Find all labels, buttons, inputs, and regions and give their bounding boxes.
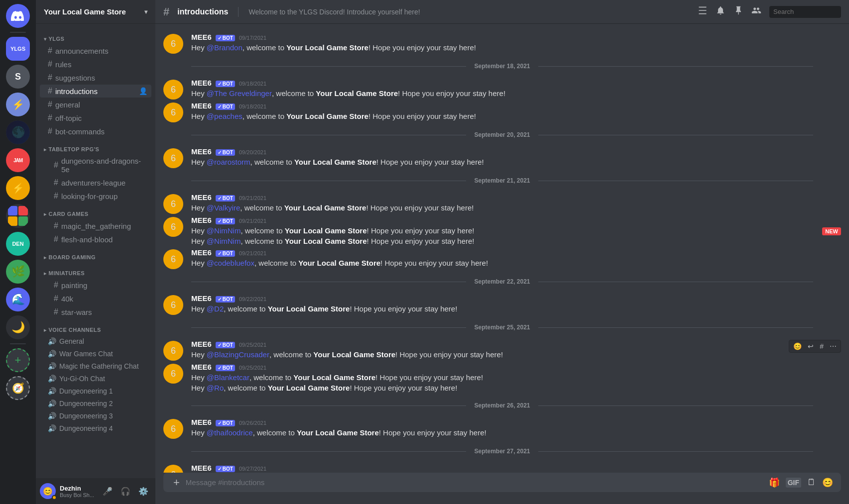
channel-off-topic[interactable]: # off-topic [40, 111, 151, 124]
server-name: Your Local Game Store [44, 7, 126, 16]
deafen-button[interactable]: 🎧 [118, 483, 133, 499]
date-divider: September 18, 2021 [191, 63, 813, 70]
mention: @Brandon [207, 43, 243, 52]
channel-magic-the-gathering[interactable]: # magic_the_gathering [40, 219, 151, 232]
explore-servers-button[interactable]: 🧭 [6, 376, 30, 400]
pin-icon[interactable] [733, 5, 743, 18]
bot-badge: ✓ BOT [216, 103, 235, 110]
more-options-button[interactable]: ⋯ [828, 341, 839, 351]
channel-general[interactable]: # general [40, 98, 151, 111]
voice-war-games-chat[interactable]: 🔊 War Games Chat [40, 348, 151, 360]
voice-mtg-chat[interactable]: 🔊 Magic the Gathering Chat [40, 360, 151, 372]
mention: @peaches [207, 112, 243, 120]
discord-home-icon[interactable] [6, 4, 30, 28]
message-content: MEE6 ✓ BOT 09/21/2021 Hey @codebluefox, … [191, 248, 841, 269]
search-input[interactable] [769, 6, 841, 18]
add-server-button[interactable]: + [6, 348, 30, 372]
server-icon-ylgs[interactable]: YLGS [6, 37, 30, 61]
emoji-picker-icon[interactable]: 😊 [822, 477, 833, 488]
gift-icon[interactable]: 🎁 [769, 477, 780, 488]
server-icon-jam[interactable]: JAM [6, 148, 30, 172]
voice-dungeoneering-1[interactable]: 🔊 Dungeoneering 1 [40, 385, 151, 397]
message-content: MEE6 ✓ BOT 09/20/2021 Hey @roarostorm, w… [191, 147, 841, 168]
channel-star-wars[interactable]: # star-wars [40, 305, 151, 318]
message-content: MEE6 ✓ BOT 09/21/2021 Hey @Valkyire, wel… [191, 193, 841, 214]
hash-icon: # [54, 178, 58, 187]
category-card-games[interactable]: ▸ CARD GAMES [36, 203, 155, 219]
category-board-gaming[interactable]: ▸ BOARD GAMING [36, 246, 155, 262]
date-divider-text: September 22, 2021 [474, 278, 530, 285]
avatar: 6 [163, 194, 183, 214]
chevron-down-icon: ▾ [144, 8, 147, 15]
notification-bell-icon[interactable] [716, 5, 726, 18]
server-icon-den[interactable]: DEN [6, 232, 30, 256]
messages-area[interactable]: 6 MEE6 ✓ BOT 09/17/2021 Hey @Brandon, we… [155, 24, 849, 473]
voice-yugioh-chat[interactable]: 🔊 Yu-Gi-Oh Chat [40, 373, 151, 385]
message-content: MEE6 ✓ BOT 09/21/2021 Hey @NimNim, welco… [191, 216, 841, 246]
thread-button[interactable]: # [818, 341, 826, 351]
message-author: MEE6 [191, 418, 212, 426]
sticker-icon[interactable]: 🗒 [807, 477, 816, 488]
bot-badge: ✓ BOT [216, 466, 235, 472]
reply-button[interactable]: ↩ [806, 341, 816, 351]
server-icon-s8[interactable]: 🌿 [6, 260, 30, 284]
user-avatar: 😊 [40, 483, 56, 499]
speaker-icon: 🔊 [48, 362, 56, 370]
category-voice-channels[interactable]: ▸ VOICE CHANNELS [36, 319, 155, 335]
channel-list: ▾ YLGS # announcements # rules # suggest… [36, 24, 155, 478]
gif-icon[interactable]: GIF [786, 478, 801, 488]
members-icon[interactable] [751, 5, 761, 18]
channel-dnd-5e[interactable]: # dungeons-and-dragons-5e [40, 155, 151, 176]
mention: @Ro [207, 384, 224, 392]
table-row: 6 MEE6 ✓ BOT 09/25/2021 Hey @BlazingCrus… [155, 339, 849, 362]
channel-announcements[interactable]: # announcements [40, 44, 151, 57]
message-text: Hey @The Greveldinger, welcome to Your L… [191, 88, 841, 99]
channel-adventurers-league[interactable]: # adventurers-league [40, 176, 151, 189]
server-icon-s5[interactable]: ⚡ [6, 176, 30, 200]
hashtag-settings-icon[interactable] [698, 5, 708, 18]
table-row: 6 MEE6 ✓ BOT 09/18/2021 Hey @The Greveld… [155, 78, 849, 101]
table-row: 6 MEE6 ✓ BOT 09/26/2021 Hey @thaifoodric… [155, 417, 849, 440]
channel-flesh-and-blood[interactable]: # flesh-and-blood [40, 233, 151, 246]
server-header[interactable]: Your Local Game Store ▾ [36, 0, 155, 24]
voice-dungeoneering-2[interactable]: 🔊 Dungeoneering 2 [40, 398, 151, 409]
hash-icon: # [54, 221, 58, 230]
message-input[interactable] [186, 473, 765, 492]
server-icon-s10[interactable]: 🌙 [6, 315, 30, 339]
channel-40k[interactable]: # 40k [40, 292, 151, 305]
channel-rules[interactable]: # rules [40, 58, 151, 71]
category-tabletop-rpgs[interactable]: ▸ TABLETOP RPG'S [36, 138, 155, 154]
hash-icon: # [48, 87, 52, 96]
server-icon-s1[interactable]: S [6, 65, 30, 89]
message-header: MEE6 ✓ BOT 09/21/2021 [191, 248, 841, 257]
settings-button[interactable]: ⚙️ [135, 483, 151, 499]
attach-file-button[interactable]: + [171, 474, 182, 491]
voice-dungeoneering-3[interactable]: 🔊 Dungeoneering 3 [40, 410, 151, 422]
category-label: CARD GAMES [49, 211, 89, 217]
message-author: MEE6 [191, 464, 212, 472]
add-reaction-button[interactable]: 😊 [791, 341, 804, 351]
voice-dungeoneering-4[interactable]: 🔊 Dungeoneering 4 [40, 422, 151, 434]
mention: @D2 [207, 304, 224, 313]
message-author: MEE6 [191, 33, 212, 41]
mute-button[interactable]: 🎤 [100, 483, 116, 499]
server-icon-s2[interactable]: ⚡ [6, 93, 30, 116]
voice-general[interactable]: 🔊 General [40, 335, 151, 347]
channel-bot-commands[interactable]: # bot-commands [40, 125, 151, 138]
category-ylgs[interactable]: ▾ YLGS [36, 28, 155, 44]
bot-badge: ✓ BOT [216, 218, 235, 224]
server-icon-s9[interactable]: 🌊 [6, 288, 30, 311]
channel-introductions[interactable]: # introductions 👤 [40, 85, 151, 98]
channel-looking-for-group[interactable]: # looking-for-group [40, 190, 151, 202]
avatar: 6 [163, 80, 183, 100]
mention: @codebluefox [207, 259, 254, 267]
channel-suggestions[interactable]: # suggestions [40, 71, 151, 84]
server-icon-s6[interactable] [6, 204, 30, 228]
message-header: MEE6 ✓ BOT 09/25/2021 [191, 363, 841, 371]
category-miniatures[interactable]: ▸ MINIATURES [36, 262, 155, 278]
channel-painting[interactable]: # painting [40, 279, 151, 292]
message-header: MEE6 ✓ BOT 09/22/2021 [191, 294, 841, 302]
date-divider-text: September 26, 2021 [474, 402, 530, 409]
message-content: MEE6 ✓ BOT 09/18/2021 Hey @The Greveldin… [191, 79, 841, 100]
server-icon-s3[interactable]: 🌑 [6, 120, 30, 144]
